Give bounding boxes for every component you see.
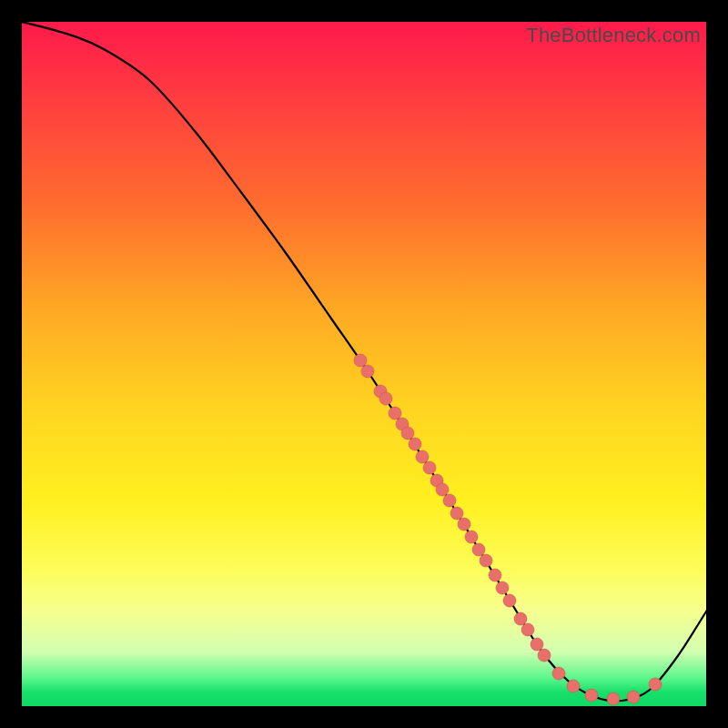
data-point-marker [649,678,662,691]
data-point-marker [514,612,527,625]
data-point-marker [521,623,534,636]
watermark-label: TheBottleneck.com [526,24,701,47]
data-point-marker [361,365,374,378]
data-point-marker [389,407,401,420]
data-point-marker [458,518,470,531]
data-point-marker [472,543,485,556]
data-point-marker [552,667,565,680]
data-point-marker [489,569,501,581]
data-point-marker [443,494,456,507]
data-point-marker [627,691,640,703]
chart-svg [22,22,706,706]
data-point-marker [480,554,492,567]
data-point-marker [496,581,509,594]
data-point-marker [436,483,449,496]
chart-markers [354,354,662,705]
data-point-marker [531,638,543,651]
data-point-marker [503,594,516,607]
data-point-marker [409,438,421,450]
data-point-marker [423,461,436,474]
data-point-marker [379,392,392,405]
chart-frame: TheBottleneck.com [22,22,706,706]
data-point-marker [450,507,463,520]
data-point-marker [416,450,429,463]
data-point-marker [401,427,414,440]
data-point-marker [465,531,478,543]
data-point-marker [354,354,367,367]
data-point-marker [567,680,580,693]
data-point-marker [607,693,620,705]
data-point-marker [538,649,551,662]
data-point-marker [585,689,598,702]
